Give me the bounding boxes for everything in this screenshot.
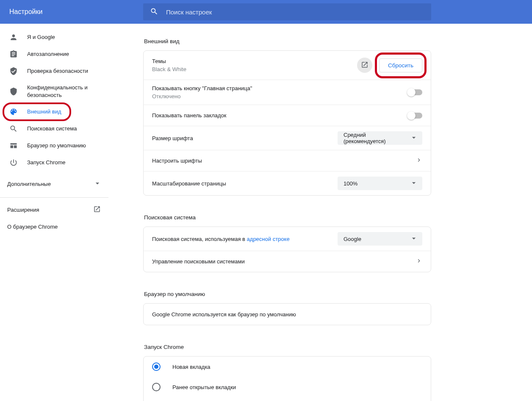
sidebar-item-label: Внешний вид [27,108,61,116]
sidebar-advanced-label: Дополнительные [7,181,51,187]
shield-icon [9,87,18,96]
startup-option-label: Ранее открытые вкладки [172,384,236,390]
search-engine-row: Поисковая система, используемая в адресн… [144,227,431,251]
search-engine-label: Поисковая система, используемая в адресн… [152,236,338,242]
home-button-toggle[interactable] [408,89,422,95]
sidebar-divider [0,197,108,198]
sidebar-advanced-toggle[interactable]: Дополнительные [0,175,108,192]
sidebar-item-label: Проверка безопасности [27,67,88,75]
bookmarks-bar-row: Показывать панель закладок [144,105,431,126]
appearance-card: Темы Black & White Сбросить Показывать к… [143,50,431,196]
search-section-title: Поисковая система [144,214,431,221]
sidebar-item-you-and-google[interactable]: Я и Google [0,29,108,46]
search-icon [150,7,166,17]
sidebar-about-label: О браузере Chrome [7,224,58,230]
page-title: Настройки [9,8,143,16]
theme-reset-button[interactable]: Сбросить [379,58,422,72]
font-size-select[interactable]: Средний (рекомендуется) [338,131,422,145]
search-engine-select[interactable]: Google [338,232,422,246]
startup-option-new-tab[interactable]: Новая вкладка [144,357,431,377]
search-card: Поисковая система, используемая в адресн… [143,227,431,272]
customize-fonts-label: Настроить шрифты [152,158,416,164]
manage-search-engines-label: Управление поисковыми системами [152,258,416,265]
appearance-section-title: Внешний вид [144,38,431,44]
search-input[interactable] [166,8,424,16]
chevron-down-icon [410,234,418,244]
font-size-value: Средний (рекомендуется) [344,132,410,144]
search-icon [9,124,18,133]
sidebar-extensions-label: Расширения [7,207,39,213]
sidebar-item-label: Запуск Chrome [27,159,66,166]
default-browser-section-title: Браузер по умолчанию [144,291,431,297]
reset-button-highlight: Сбросить [379,58,422,72]
web-icon [9,141,18,150]
sidebar-item-label: Автозаполнение [27,50,69,58]
chevron-down-icon [93,179,102,189]
sidebar-item-label: Поисковая система [27,125,77,133]
manage-search-engines-row[interactable]: Управление поисковыми системами [144,251,431,272]
chevron-right-icon [416,157,422,165]
theme-open-external-button[interactable] [357,58,372,73]
theme-row[interactable]: Темы Black & White Сбросить [144,51,431,80]
sidebar-item-on-startup[interactable]: Запуск Chrome [0,154,108,171]
page-zoom-label: Масштабирование страницы [152,180,338,187]
home-button-label: Показывать кнопку "Главная страница" [152,85,408,91]
page-zoom-value: 100% [344,180,357,187]
search-engine-value: Google [344,236,361,242]
sidebar-about-link[interactable]: О браузере Chrome [0,218,108,235]
content-area: Внешний вид Темы Black & White Сбросить [108,24,532,401]
sidebar-item-autofill[interactable]: Автозаполнение [0,46,108,63]
top-bar: Настройки [0,0,532,24]
sidebar: Я и Google Автозаполнение Проверка безоп… [0,24,108,401]
bookmarks-bar-label: Показывать панель закладок [152,112,408,119]
page-zoom-select[interactable]: 100% [338,177,422,190]
radio-button[interactable] [152,383,161,391]
palette-icon [9,108,18,116]
open-in-new-icon [93,205,101,214]
chevron-down-icon [410,133,418,143]
open-in-new-icon [361,61,369,70]
address-bar-link[interactable]: адресной строке [247,236,290,242]
theme-label: Темы [152,58,357,64]
radio-button[interactable] [152,362,161,371]
startup-section-title: Запуск Chrome [144,344,431,350]
sidebar-item-label: Я и Google [27,33,55,41]
default-browser-status-row: Google Chrome используется как браузер п… [144,304,431,325]
person-icon [9,33,18,41]
theme-value: Black & White [152,66,357,72]
sidebar-item-safety-check[interactable]: Проверка безопасности [0,63,108,80]
startup-option-specific-pages[interactable]: Заданные страницы [144,397,431,401]
assignment-icon [9,50,18,58]
startup-option-continue[interactable]: Ранее открытые вкладки [144,377,431,397]
chevron-right-icon [416,257,422,265]
font-size-label: Размер шрифта [152,135,338,141]
power-icon [9,158,18,167]
verified-shield-icon [9,67,18,75]
home-button-row: Показывать кнопку "Главная страница" Отк… [144,80,431,105]
bookmarks-bar-toggle[interactable] [408,113,422,119]
font-size-row: Размер шрифта Средний (рекомендуется) [144,126,431,150]
customize-fonts-row[interactable]: Настроить шрифты [144,150,431,171]
chevron-down-icon [410,179,418,188]
startup-option-label: Новая вкладка [172,364,211,370]
sidebar-item-label: Браузер по умолчанию [27,142,86,149]
default-browser-status-text: Google Chrome используется как браузер п… [152,311,422,318]
home-button-status: Отключено [152,93,408,100]
page-zoom-row: Масштабирование страницы 100% [144,171,431,195]
default-browser-card: Google Chrome используется как браузер п… [143,303,431,325]
sidebar-item-label: Конфиденциальность и безопасность [27,84,95,99]
search-box[interactable] [143,3,431,20]
sidebar-item-default-browser[interactable]: Браузер по умолчанию [0,137,108,154]
sidebar-item-appearance[interactable]: Внешний вид [0,103,108,120]
startup-card: Новая вкладка Ранее открытые вкладки Зад… [143,356,431,401]
sidebar-item-privacy-security[interactable]: Конфиденциальность и безопасность [0,80,108,103]
sidebar-extensions-link[interactable]: Расширения [0,201,108,218]
search-engine-label-prefix: Поисковая система, используемая в [152,236,247,242]
sidebar-item-search-engine[interactable]: Поисковая система [0,120,108,137]
